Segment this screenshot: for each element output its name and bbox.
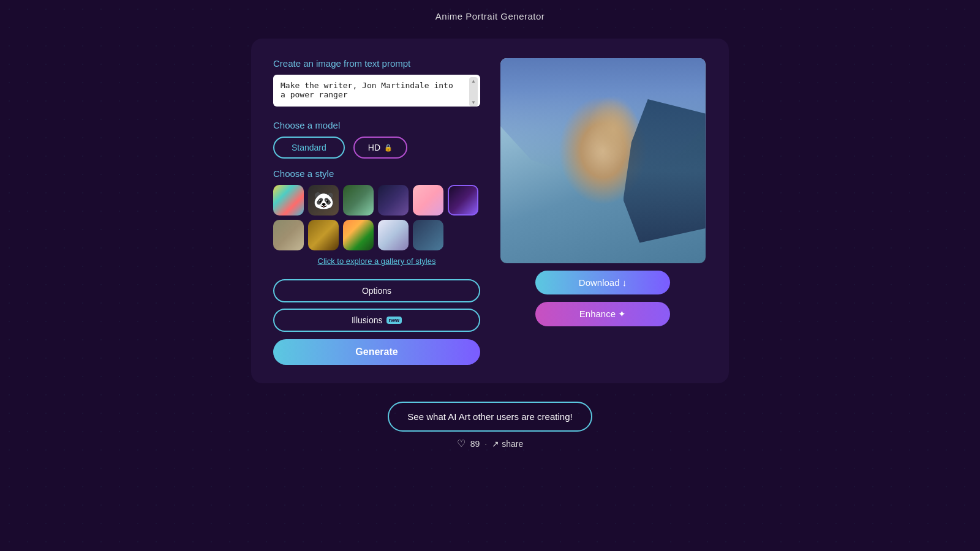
separator: · xyxy=(484,439,487,449)
anime-portrait-art xyxy=(500,58,706,263)
download-button[interactable]: Download ↓ xyxy=(535,271,670,294)
options-button[interactable]: Options xyxy=(273,279,480,302)
style-thumb-5[interactable] xyxy=(413,185,443,216)
page-header: Anime Portrait Generator xyxy=(0,0,980,28)
style-thumb-6[interactable] xyxy=(448,185,478,216)
style-thumb-1[interactable] xyxy=(273,185,304,216)
model-section: Choose a model Standard HD 🔒 xyxy=(273,120,480,159)
new-badge: new xyxy=(386,317,402,324)
page-title: Anime Portrait Generator xyxy=(435,11,545,21)
model-buttons: Standard HD 🔒 xyxy=(273,137,480,159)
generate-button[interactable]: Generate xyxy=(273,339,480,365)
prompt-input[interactable] xyxy=(273,75,480,107)
style-thumb-11[interactable] xyxy=(413,220,443,250)
prompt-label: Create an image from text prompt xyxy=(273,58,480,69)
hd-label: HD xyxy=(368,143,380,152)
style-thumb-4[interactable] xyxy=(378,185,409,216)
lock-icon: 🔒 xyxy=(384,144,393,152)
scroll-up-icon[interactable]: ▲ xyxy=(471,78,476,84)
illusions-button[interactable]: Illusions new xyxy=(273,309,480,332)
enhance-button[interactable]: Enhance ✦ xyxy=(535,302,670,326)
scroll-down-icon[interactable]: ▼ xyxy=(471,100,476,105)
left-panel: Create an image from text prompt ▲ ▼ Cho… xyxy=(273,58,480,365)
scrollbar: ▲ ▼ xyxy=(469,77,478,107)
prompt-wrapper: ▲ ▼ xyxy=(273,75,480,109)
style-thumb-2[interactable] xyxy=(308,185,339,216)
style-thumb-8[interactable] xyxy=(308,220,339,250)
model-label: Choose a model xyxy=(273,120,480,130)
style-thumb-7[interactable] xyxy=(273,220,304,250)
share-icon: ↗ xyxy=(492,439,499,449)
right-panel: Download ↓ Enhance ✦ xyxy=(499,58,707,365)
explore-gallery-link[interactable]: Click to explore a gallery of styles xyxy=(273,257,480,266)
hd-model-button[interactable]: HD 🔒 xyxy=(353,137,407,159)
style-thumb-9[interactable] xyxy=(343,220,374,250)
share-button[interactable]: ↗ share xyxy=(492,439,523,449)
style-grid xyxy=(273,185,480,250)
community-button[interactable]: See what AI Art other users are creating… xyxy=(388,402,592,432)
like-icon[interactable]: ♡ xyxy=(457,438,466,449)
style-label: Choose a style xyxy=(273,168,480,179)
standard-model-button[interactable]: Standard xyxy=(273,137,345,159)
like-count: 89 xyxy=(470,439,480,449)
style-thumb-3[interactable] xyxy=(343,185,374,216)
generated-image xyxy=(500,58,706,263)
social-row: ♡ 89 · ↗ share xyxy=(457,438,524,449)
style-section: Choose a style Click to explore a galler… xyxy=(273,168,480,273)
main-card: Create an image from text prompt ▲ ▼ Cho… xyxy=(251,39,729,383)
illusions-label: Illusions xyxy=(352,315,383,325)
style-thumb-10[interactable] xyxy=(378,220,409,250)
share-label: share xyxy=(502,439,523,449)
